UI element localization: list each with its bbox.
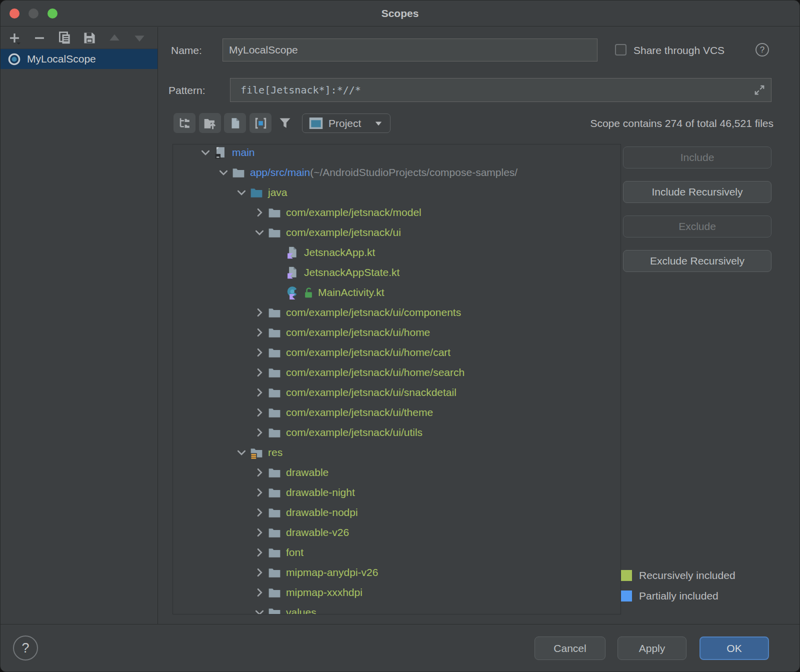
tree-row[interactable]: com/example/jetsnack/ui/home/search: [173, 362, 621, 382]
folder-icon: [267, 386, 282, 399]
move-up-icon[interactable]: [108, 31, 122, 45]
tree-item-label: java: [268, 186, 288, 198]
module-icon: [213, 146, 228, 159]
chevron-down-icon[interactable]: [216, 166, 231, 178]
tree-row[interactable]: com/example/jetsnack/ui/components: [173, 302, 621, 322]
tree-item-label: res: [268, 446, 282, 458]
tree-row[interactable]: mipmap-xxxhdpi: [173, 582, 621, 602]
tree-row[interactable]: drawable: [173, 462, 621, 482]
local-scope-icon: [8, 52, 21, 66]
share-help-icon[interactable]: ?: [756, 43, 769, 56]
filter-icon[interactable]: [277, 116, 293, 130]
tree-item-label: JetsnackApp.kt: [304, 246, 375, 258]
lock-open-icon: [302, 286, 315, 299]
folder-icon: [231, 166, 246, 179]
tree-item-label: mipmap-anydpi-v26: [286, 566, 378, 578]
move-down-icon[interactable]: [132, 31, 146, 45]
name-label: Name:: [171, 44, 202, 56]
tree-row[interactable]: JetsnackApp.kt: [173, 242, 621, 262]
tree-row[interactable]: JetsnackAppState.kt: [173, 262, 621, 282]
tree-row[interactable]: com/example/jetsnack/ui/theme: [173, 402, 621, 422]
folder-icon: [267, 226, 282, 239]
chevron-right-icon[interactable]: [252, 426, 267, 438]
tree-item-label: drawable-night: [286, 486, 355, 498]
chevron-right-icon[interactable]: [252, 566, 267, 578]
tree-row[interactable]: com/example/jetsnack/ui/home: [173, 322, 621, 342]
tree-row[interactable]: values: [173, 602, 621, 614]
chevron-right-icon[interactable]: [252, 206, 267, 218]
tree-row[interactable]: app/src/main (~/AndroidStudioProjects/co…: [173, 162, 621, 182]
help-button[interactable]: ?: [13, 636, 38, 660]
name-input[interactable]: [222, 38, 598, 62]
cancel-button[interactable]: Cancel: [534, 636, 606, 660]
chevron-right-icon[interactable]: [252, 546, 267, 558]
chevron-spacer: [270, 246, 285, 258]
chevron-right-icon[interactable]: [252, 586, 267, 598]
chevron-down-icon[interactable]: [198, 146, 213, 158]
tree-row[interactable]: drawable-nodpi: [173, 502, 621, 522]
folder-icon: [267, 486, 282, 499]
share-through-vcs-checkbox[interactable]: [615, 44, 626, 56]
tree-row[interactable]: com/example/jetsnack/model: [173, 202, 621, 222]
kotlin-file-icon: [285, 266, 300, 279]
copy-scope-icon[interactable]: [58, 31, 72, 45]
show-tree-structure-toggle[interactable]: [174, 113, 196, 133]
chevron-right-icon[interactable]: [252, 386, 267, 398]
show-modules-toggle[interactable]: [199, 113, 221, 133]
folder-icon: [267, 506, 282, 519]
chevron-down-icon[interactable]: [252, 226, 267, 238]
dialog-title: Scopes: [0, 0, 800, 26]
folder-icon: [267, 346, 282, 359]
tree-row[interactable]: com/example/jetsnack/ui: [173, 222, 621, 242]
chevron-right-icon[interactable]: [252, 366, 267, 378]
chevron-right-icon[interactable]: [252, 526, 267, 538]
kotlin-file-icon: [285, 246, 300, 259]
view-dropdown[interactable]: Project: [302, 114, 390, 133]
folder-res-icon: [249, 446, 264, 459]
add-scope-icon[interactable]: [8, 31, 22, 45]
chevron-spacer: [270, 286, 285, 298]
chevron-right-icon[interactable]: [252, 486, 267, 498]
pattern-input[interactable]: [230, 78, 772, 102]
chevron-right-icon[interactable]: [252, 406, 267, 418]
chevron-down-icon[interactable]: [234, 446, 249, 458]
tree-item-label: drawable-v26: [286, 526, 349, 538]
sidebar-item-mylocalscope[interactable]: MyLocalScope: [0, 49, 158, 69]
folder-icon: [267, 586, 282, 599]
apply-button[interactable]: Apply: [618, 636, 686, 660]
chevron-right-icon[interactable]: [252, 506, 267, 518]
chevron-right-icon[interactable]: [252, 466, 267, 478]
tree-row[interactable]: java: [173, 182, 621, 202]
exclude-button[interactable]: Exclude: [623, 216, 772, 238]
tree-row[interactable]: MainActivity.kt: [173, 282, 621, 302]
chevron-down-icon[interactable]: [234, 186, 249, 198]
expand-pattern-icon[interactable]: [754, 84, 766, 96]
chevron-right-icon[interactable]: [252, 326, 267, 338]
tree-row[interactable]: res: [173, 442, 621, 462]
tree-row[interactable]: main: [173, 144, 621, 162]
chevron-right-icon[interactable]: [252, 306, 267, 318]
tree-row[interactable]: com/example/jetsnack/ui/snackdetail: [173, 382, 621, 402]
tree-row[interactable]: com/example/jetsnack/ui/home/cart: [173, 342, 621, 362]
include-recursively-button[interactable]: Include Recursively: [623, 181, 772, 203]
save-scope-icon[interactable]: [82, 31, 96, 45]
tree-row[interactable]: mipmap-anydpi-v26: [173, 562, 621, 582]
tree-row[interactable]: drawable-v26: [173, 522, 621, 542]
show-included-only-toggle[interactable]: [250, 113, 272, 133]
exclude-recursively-button[interactable]: Exclude Recursively: [623, 250, 772, 272]
chevron-down-icon[interactable]: [252, 606, 267, 614]
tree-row[interactable]: font: [173, 542, 621, 562]
folder-icon: [267, 606, 282, 614]
show-files-toggle[interactable]: [224, 113, 246, 133]
tree-item-label: drawable: [286, 466, 328, 478]
include-button[interactable]: Include: [623, 146, 772, 168]
tree-item-label: com/example/jetsnack/ui/home: [286, 326, 430, 338]
footer-bar: ? Cancel Apply OK: [0, 624, 800, 672]
chevron-right-icon[interactable]: [252, 346, 267, 358]
ok-button[interactable]: OK: [700, 636, 769, 660]
scope-list-sidebar: MyLocalScope: [0, 27, 158, 624]
remove-scope-icon[interactable]: [32, 31, 46, 45]
tree-row[interactable]: com/example/jetsnack/ui/utils: [173, 422, 621, 442]
tree-row[interactable]: drawable-night: [173, 482, 621, 502]
folder-icon: [267, 366, 282, 379]
